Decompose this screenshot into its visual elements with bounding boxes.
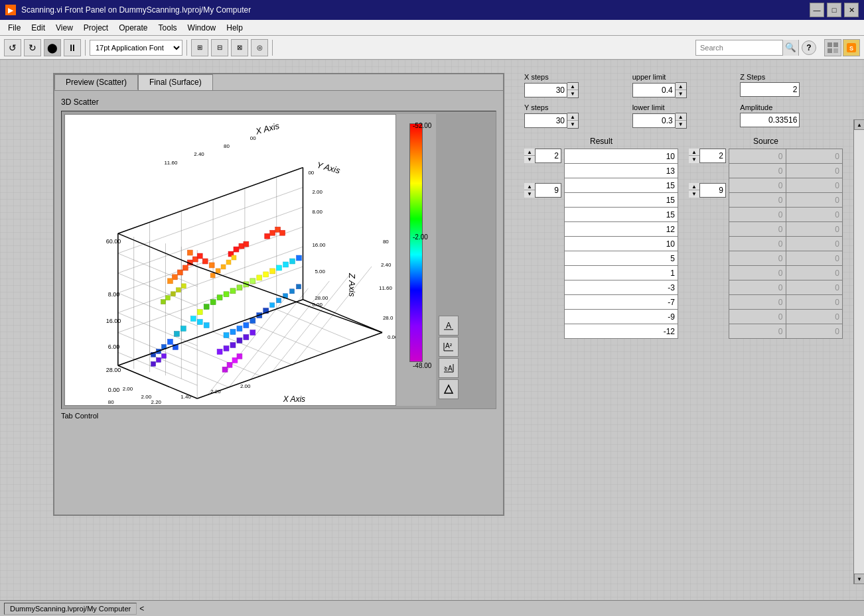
source-cell-3b: 0 [786, 193, 843, 208]
close-button[interactable]: ✕ [844, 3, 859, 17]
resize-button[interactable]: ⊠ [231, 39, 248, 56]
menu-edit[interactable]: Edit [26, 22, 50, 34]
svg-text:80: 80 [108, 399, 114, 405]
x-steps-input[interactable] [524, 83, 567, 97]
svg-rect-151 [176, 288, 180, 292]
reorder-button[interactable]: ◎ [251, 39, 268, 56]
lower-limit-down[interactable]: ▼ [676, 121, 686, 128]
svg-marker-181 [445, 385, 453, 393]
result-row1-up[interactable]: ▲ [524, 149, 535, 156]
source-row2-input[interactable] [699, 183, 726, 198]
table-row: -9 [565, 310, 678, 324]
source-cell-4b: 0 [786, 208, 843, 222]
source-row1-down[interactable]: ▼ [689, 156, 699, 163]
scroll-track[interactable] [854, 130, 864, 574]
status-arrow: < [137, 604, 147, 613]
svg-text:60.00: 60.00 [106, 238, 121, 245]
svg-text:0.00: 0.00 [108, 387, 119, 393]
tool-grid-button[interactable] [824, 39, 841, 56]
svg-text:2.00: 2.00 [240, 383, 251, 389]
menu-window[interactable]: Window [182, 22, 222, 34]
scroll-down-button[interactable]: ▼ [854, 574, 864, 584]
table-row: 00 [729, 266, 843, 280]
svg-rect-87 [177, 270, 182, 275]
scatter-btn-3[interactable]: 2 A 2 [439, 358, 459, 378]
source-row2-down[interactable]: ▼ [689, 190, 699, 198]
source-row2-up[interactable]: ▲ [689, 183, 699, 190]
scatter-btn-1[interactable]: A [439, 316, 459, 336]
separator2 [186, 40, 187, 56]
result-cell-12: -12 [565, 324, 678, 339]
svg-rect-119 [297, 255, 302, 261]
tab-content: 3D Scatter X Axis Y Axis Z Axis [54, 90, 503, 515]
z-steps-input[interactable] [740, 82, 800, 97]
lower-limit-input[interactable] [632, 113, 676, 128]
y-steps-down[interactable]: ▼ [567, 121, 578, 128]
result-row2-input[interactable] [535, 183, 561, 198]
menu-operate[interactable]: Operate [113, 22, 153, 34]
upper-limit-down[interactable]: ▼ [676, 90, 686, 97]
result-row2-up[interactable]: ▲ [524, 183, 535, 190]
svg-rect-86 [197, 253, 202, 259]
tab-preview-scatter[interactable]: Preview (Scatter) [54, 74, 138, 90]
menu-project[interactable]: Project [78, 22, 113, 34]
svg-rect-153 [210, 273, 215, 278]
help-button[interactable]: ? [802, 40, 816, 55]
lower-limit-label: lower limit [632, 103, 735, 111]
run-button[interactable]: ↺ [4, 39, 21, 56]
color-bar: -52.00 -2.00 -48.00 [396, 114, 436, 406]
source-cell-10b: 0 [786, 295, 843, 310]
svg-rect-160 [222, 367, 228, 372]
lower-limit-up[interactable]: ▲ [676, 113, 686, 121]
y-steps-label: Y steps [524, 103, 627, 111]
source-row1-control: ▲ ▼ [689, 149, 726, 163]
svg-rect-3 [833, 48, 838, 53]
svg-text:8.00: 8.00 [312, 209, 323, 215]
source-row1-up[interactable]: ▲ [689, 149, 699, 156]
run-cont-button[interactable]: ↻ [24, 39, 41, 56]
y-steps-up[interactable]: ▲ [567, 113, 578, 121]
x-steps-group: X steps ▲ ▼ [524, 73, 627, 98]
tab-control-label: Tab Control [61, 412, 496, 420]
x-steps-down[interactable]: ▼ [567, 90, 578, 97]
align-button[interactable]: ⊞ [191, 39, 208, 56]
x-steps-up[interactable]: ▲ [567, 83, 578, 90]
upper-limit-input[interactable] [632, 83, 676, 97]
result-row1-down[interactable]: ▼ [524, 156, 535, 163]
table-row: 5 [565, 251, 678, 266]
stop-button[interactable]: ⬤ [44, 39, 61, 56]
amplitude-input[interactable] [740, 113, 800, 127]
svg-rect-155 [221, 265, 226, 269]
tool-icon-button[interactable]: S [843, 39, 860, 56]
font-selector[interactable]: 17pt Application Font [90, 40, 182, 56]
pause-button[interactable]: ⏸ [64, 39, 81, 56]
menu-tools[interactable]: Tools [153, 22, 182, 34]
svg-rect-101 [237, 285, 242, 290]
menu-view[interactable]: View [50, 22, 78, 34]
result-cell-7: 5 [565, 251, 678, 266]
y-steps-input[interactable] [524, 113, 567, 128]
source-cell-9: 0 [729, 280, 786, 295]
svg-rect-152 [181, 284, 186, 288]
tab-final-surface[interactable]: Final (Surface) [138, 74, 213, 90]
search-input[interactable] [696, 42, 782, 53]
result-row2-down[interactable]: ▼ [524, 190, 535, 198]
search-button[interactable]: 🔍 [782, 40, 798, 56]
menu-help[interactable]: Help [221, 22, 248, 34]
scroll-up-button[interactable]: ▲ [854, 119, 864, 130]
minimize-button[interactable]: — [810, 3, 824, 17]
source-col-controls: ▲ ▼ ▲ ▼ [689, 149, 726, 339]
source-row1-input[interactable] [699, 149, 726, 163]
result-row1-input[interactable] [535, 149, 561, 163]
status-project[interactable]: DummyScanning.lvproj/My Computer [4, 603, 137, 615]
dist-button[interactable]: ⊟ [211, 39, 228, 56]
right-panel: X steps ▲ ▼ upper limit ▲ ▼ [524, 73, 843, 339]
svg-rect-130 [237, 338, 242, 343]
scatter-btn-4[interactable] [439, 379, 459, 399]
svg-text:11.60: 11.60 [379, 285, 392, 291]
scatter-btn-2[interactable]: A² [439, 337, 459, 357]
maximize-button[interactable]: □ [827, 3, 841, 17]
window-title: Scanning.vi Front Panel on DummyScanning… [21, 5, 251, 15]
upper-limit-up[interactable]: ▲ [676, 83, 686, 90]
menu-file[interactable]: File [3, 22, 26, 34]
